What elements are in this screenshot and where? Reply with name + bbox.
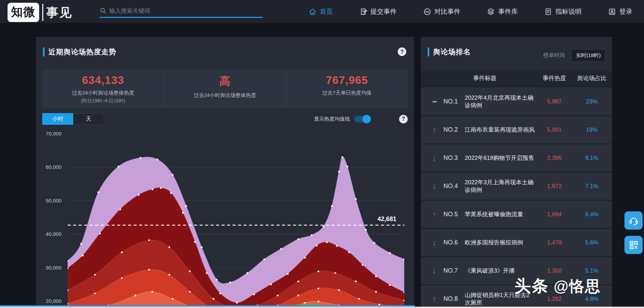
nav-item-pk[interactable]: PK对比事件 <box>423 7 461 16</box>
y-tick-label: 20,000 <box>41 298 61 304</box>
event-title: 2022年4月北京再现本土确诊病例 <box>465 94 537 109</box>
pk-icon: PK <box>423 8 431 16</box>
trend-icon: ↓ <box>432 267 443 275</box>
login-icon <box>608 8 616 16</box>
event-title: 苹果系统被曝偷跑流量 <box>465 211 537 218</box>
col-event-title: 事件标题 <box>432 74 537 82</box>
tab-hour[interactable]: 小时 <box>42 113 73 125</box>
title-accent-bar <box>428 47 429 56</box>
chart-controls: 小时 天 显示热度均值线 <box>42 113 408 125</box>
area-chart: 42,681 <box>68 134 404 308</box>
home-icon <box>308 8 317 16</box>
stat-subcaption: (昨日19时-今日18时) <box>42 98 164 104</box>
mean-line-label: 42,681 <box>377 216 396 222</box>
nav-item-login[interactable]: 登录 <box>608 7 632 16</box>
nav-item-library[interactable]: 事件库 <box>487 7 518 16</box>
time-label: 榜单时间 <box>543 52 565 59</box>
logo-shijian: 事见 <box>46 4 72 21</box>
tab-day[interactable]: 天 <box>73 113 104 125</box>
trend-icon: ↓ <box>432 154 443 162</box>
rank-number: NO.5 <box>443 211 465 218</box>
y-tick-label: 70,000 <box>41 131 61 136</box>
logo-zhiwei: 知微 <box>8 3 39 22</box>
trend-chart: 70,00060,00050,00040,00030,00020,000 42,… <box>41 134 409 308</box>
nav-item-guide[interactable]: 指标说明 <box>544 7 581 16</box>
event-title: 2022年3月上海再现本土确诊病例 <box>465 179 537 194</box>
search-icon <box>100 7 107 14</box>
customer-service-button[interactable] <box>624 211 643 230</box>
ranking-row[interactable]: ↓ NO.3 2022年618购物节开启预售 2,395 9.1% <box>421 144 612 173</box>
realtime-button[interactable]: 实时(18时) <box>571 49 606 62</box>
event-heat: 5,997 <box>537 98 572 105</box>
stats-box: 634,133 过去24小时舆论场整体热度 (昨日19时-今日18时) 高 过去… <box>42 69 408 108</box>
stat-value: 767,965 <box>286 74 408 87</box>
headset-icon <box>628 215 639 226</box>
event-share: 5.1% <box>572 267 612 274</box>
ranking-row[interactable]: ↓ NO.6 欧洲多国报告猴痘病例 1,479 5.6% <box>421 229 612 257</box>
event-heat: 2,395 <box>537 155 572 162</box>
trend-icon: ↓ <box>432 239 443 246</box>
rank-number: NO.2 <box>443 126 465 133</box>
event-share: 7.1% <box>572 183 612 190</box>
col-event-share: 舆论场占比 <box>572 74 612 82</box>
rank-number: NO.8 <box>443 295 465 302</box>
ranking-row[interactable]: NO.1 2022年4月北京再现本土确诊病例 5,997 23% <box>421 88 612 116</box>
trend-icon: ↓ <box>432 183 443 190</box>
submit-icon <box>359 8 368 16</box>
rank-number: NO.4 <box>443 183 465 190</box>
brand-logo[interactable]: 知微 事见 <box>8 3 72 22</box>
stat-value: 634,133 <box>42 74 164 87</box>
event-share: 6.4% <box>572 211 612 218</box>
qr-code-button[interactable] <box>624 236 643 254</box>
title-accent-bar <box>43 47 45 56</box>
nav-item-home[interactable]: 首页 <box>308 7 333 16</box>
stat-value: 高 <box>164 74 286 89</box>
event-heat: 1,479 <box>537 239 572 246</box>
ranking-row[interactable]: ↓ NO.4 2022年3月上海再现本土确诊病例 1,872 7.1% <box>421 173 612 201</box>
top-nav: 知微 事见 首页提交事件PK对比事件事件库指标说明登录 <box>0 0 644 23</box>
stat-24h-heat: 634,133 过去24小时舆论场整体热度 (昨日19时-今日18时) <box>42 69 164 108</box>
mean-line-toggle-label: 显示热度均值线 <box>314 116 350 122</box>
ranking-time: 榜单时间 实时(18时) <box>543 49 606 62</box>
ranking-title: 舆论场排名 <box>433 47 471 57</box>
mean-line-toggle[interactable] <box>354 116 370 122</box>
event-title: 欧洲多国报告猴痘病例 <box>465 239 537 246</box>
col-event-heat: 事件热度 <box>537 74 572 82</box>
ranking-row[interactable]: ↑ NO.2 江南布衣童装再现诡异画风 5,001 19% <box>421 116 612 144</box>
event-heat: 1,872 <box>537 183 572 190</box>
ranking-panel: 舆论场排名 榜单时间 实时(18时) 事件标题 事件热度 舆论场占比 NO.1 … <box>421 37 612 308</box>
nav-item-submit[interactable]: 提交事件 <box>359 7 397 16</box>
page-title: 近期舆论场热度走势 <box>48 47 116 57</box>
ranking-header: 事件标题 事件热度 舆论场占比 <box>421 70 612 87</box>
bottom-light-bar <box>0 307 644 308</box>
guide-icon <box>544 8 552 16</box>
event-title: 2022年618购物节开启预售 <box>465 154 537 162</box>
stat-caption: 过去24小时舆论场整体热度 <box>42 90 164 96</box>
help-icon[interactable] <box>399 115 408 123</box>
nav-menu: 首页提交事件PK对比事件事件库指标说明登录 <box>308 0 632 23</box>
help-icon[interactable] <box>398 47 406 56</box>
nav-item-label: 首页 <box>320 7 333 16</box>
ranking-row[interactable]: ↑ NO.5 苹果系统被曝偷跑流量 1,694 6.4% <box>421 201 612 229</box>
stat-caption: 过去7天单日热度均值 <box>286 90 408 96</box>
event-title: 《乘风破浪3》开播 <box>465 267 537 275</box>
y-tick-label: 40,000 <box>41 231 61 237</box>
nav-item-label: 登录 <box>619 7 632 16</box>
y-tick-label: 50,000 <box>41 198 61 204</box>
toggle-knob <box>362 115 371 123</box>
event-share: 23% <box>572 98 612 105</box>
floating-buttons <box>624 211 643 254</box>
event-share: 19% <box>572 126 612 133</box>
event-heat: 1,350 <box>537 267 572 274</box>
stat-caption: 过去24小时舆论场整体热度 <box>164 92 286 99</box>
toutiao-watermark: 头条 @恪思 <box>515 275 601 297</box>
rank-number: NO.6 <box>443 239 465 246</box>
event-share: 9.1% <box>572 155 612 162</box>
event-title: 江南布衣童装再现诡异画风 <box>465 126 537 134</box>
rank-number: NO.7 <box>443 267 465 274</box>
trend-icon <box>432 101 443 102</box>
nav-item-label: 提交事件 <box>371 7 397 16</box>
nav-item-label: 事件库 <box>498 7 518 16</box>
search-input[interactable] <box>109 8 263 14</box>
rank-number: NO.3 <box>443 154 465 162</box>
